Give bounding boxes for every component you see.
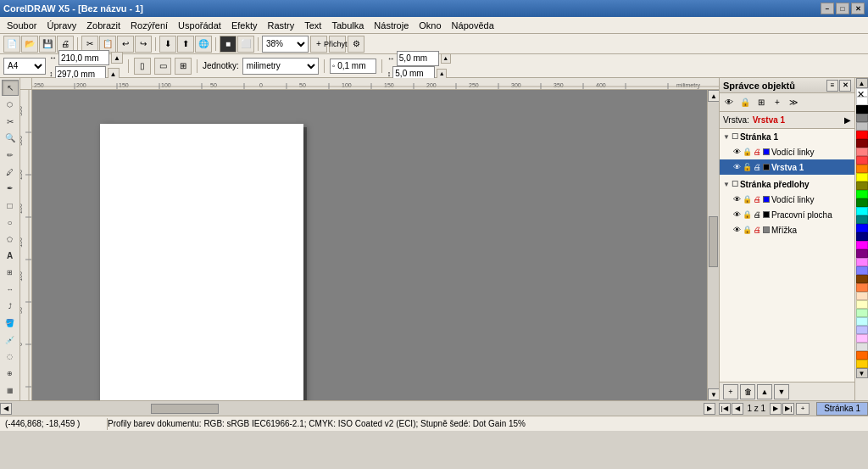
color-silver[interactable]	[856, 122, 868, 131]
stranka1-row[interactable]: ▼ ☐ Stránka 1	[720, 129, 854, 144]
close-button[interactable]: ✕	[851, 3, 865, 14]
vodici2-lock[interactable]: 🔒	[743, 195, 752, 204]
bezier-tool[interactable]: 🖊	[2, 164, 19, 180]
color-red[interactable]	[856, 131, 868, 139]
color-darkred[interactable]	[856, 139, 868, 148]
color-white[interactable]	[856, 97, 868, 105]
options-btn2[interactable]: ≫	[786, 95, 801, 110]
page-size-select[interactable]: A4	[3, 58, 46, 75]
menu-soubor[interactable]: Soubor	[2, 19, 42, 32]
color-navy[interactable]	[856, 232, 868, 241]
rect-tool[interactable]: □	[2, 198, 19, 214]
page-canvas[interactable]	[100, 124, 303, 400]
color-lightred[interactable]	[856, 148, 868, 156]
color-green[interactable]	[856, 198, 868, 207]
vrstva1-row[interactable]: 👁 🔓 🖨 Vrstva 1	[720, 159, 854, 175]
menu-zobrazit[interactable]: Zobrazit	[81, 19, 125, 32]
nudge-input[interactable]	[330, 59, 376, 74]
color-black[interactable]	[856, 105, 868, 114]
vscroll-down-button[interactable]: ▼	[708, 388, 719, 400]
blend-tool[interactable]: ⊕	[2, 366, 19, 382]
color-lime[interactable]	[856, 190, 868, 198]
mrizka-eye[interactable]: 👁	[733, 226, 741, 234]
new-layer-btn[interactable]: +	[770, 95, 785, 110]
vodici-eye[interactable]: 👁	[733, 148, 741, 156]
color-lightgray[interactable]	[856, 343, 868, 351]
zoom-select[interactable]: 38% 100% 50% 75%	[262, 36, 309, 53]
menu-nastroje[interactable]: Nástroje	[369, 19, 414, 32]
color-lightgreen[interactable]	[856, 309, 868, 317]
color-palblue[interactable]	[856, 326, 868, 334]
menu-okno[interactable]: Okno	[414, 19, 446, 32]
page-tab-1[interactable]: Stránka 1	[816, 402, 868, 416]
color-teal[interactable]	[856, 215, 868, 224]
freehand-tool[interactable]: ✏	[2, 147, 19, 163]
fill-color-button[interactable]: ■	[220, 36, 236, 53]
hscroll-track[interactable]	[14, 404, 702, 414]
color-lightorange[interactable]	[856, 283, 868, 292]
pracovni-eye[interactable]: 👁	[733, 210, 741, 219]
outline-tool[interactable]: ◌	[2, 349, 19, 366]
stranka-predlohy-row[interactable]: ▼ ☐ Stránka předlohy	[720, 176, 854, 192]
next-page-button[interactable]: ▶	[770, 403, 782, 415]
move-down-btn[interactable]: ▼	[774, 384, 789, 399]
nudge-x-input[interactable]	[397, 51, 439, 66]
color-lightcyan[interactable]	[856, 317, 868, 326]
layer-manager-btn[interactable]: ⊞	[754, 95, 769, 110]
dimension-tool[interactable]: ↔	[2, 282, 19, 298]
width-up-button[interactable]: ▲	[111, 52, 123, 64]
import-button[interactable]: ⬇	[159, 36, 176, 53]
vodici-print[interactable]: 🖨	[754, 148, 761, 156]
move-up-btn[interactable]: ▲	[757, 384, 772, 399]
menu-upravy[interactable]: Úpravy	[42, 19, 81, 32]
crop-tool[interactable]: ✂	[2, 114, 19, 130]
vodici2-row[interactable]: 👁 🔒 🖨 Vodící linky	[720, 192, 854, 207]
color-brown[interactable]	[856, 275, 868, 283]
delete-layer-btn[interactable]: 🗑	[740, 384, 755, 399]
color-lightblue[interactable]	[856, 266, 868, 275]
hscroll-thumb[interactable]	[151, 404, 219, 414]
redo-button[interactable]: ↪	[135, 36, 152, 53]
open-button[interactable]: 📂	[21, 36, 38, 53]
hscroll-left-button[interactable]: ◀	[0, 403, 12, 415]
panel-menu-button[interactable]: ≡	[826, 80, 838, 92]
vrstva1-print[interactable]: 🖨	[754, 163, 761, 171]
fill-tool[interactable]: 🪣	[2, 315, 19, 332]
menu-tabulka[interactable]: Tabulka	[326, 19, 369, 32]
canvas-wrapper[interactable]: 250 200 150 100 50 0 50 100 150 200 250 …	[20, 78, 719, 400]
color-gold[interactable]	[856, 360, 868, 368]
vrstva-arrow[interactable]: ▶	[844, 115, 851, 125]
menu-text[interactable]: Text	[299, 19, 326, 32]
units-select[interactable]: milimetry palce pixely	[242, 58, 319, 75]
color-deeporange[interactable]	[856, 351, 868, 360]
color-gray[interactable]	[856, 114, 868, 122]
menu-efekty[interactable]: Efekty	[226, 19, 263, 32]
publish-button[interactable]: 🌐	[195, 36, 212, 53]
zoom-tool[interactable]: 🔍	[2, 131, 19, 147]
vrstva1-eye[interactable]: 👁	[733, 163, 741, 171]
polygon-tool[interactable]: ⬠	[2, 232, 19, 248]
canvas-area[interactable]	[32, 90, 719, 400]
nudge-x-up[interactable]: ▲	[441, 53, 451, 64]
mrizka-print[interactable]: 🖨	[754, 226, 761, 234]
vodici-lock[interactable]: 🔒	[743, 148, 752, 156]
add-page-button[interactable]: +	[796, 403, 810, 415]
show-all-button[interactable]: 👁	[721, 95, 737, 110]
color-olive[interactable]	[856, 181, 868, 190]
connector-tool[interactable]: ⤴	[2, 299, 19, 315]
table-tool[interactable]: ⊞	[2, 265, 19, 281]
color-lightmagenta[interactable]	[856, 258, 868, 266]
panel-close-button[interactable]: ✕	[839, 80, 851, 92]
vodici2-eye[interactable]: 👁	[733, 195, 741, 204]
last-page-button[interactable]: ▶|	[782, 403, 794, 415]
shape-tool[interactable]: ⬡	[2, 97, 19, 113]
color-orange[interactable]	[856, 165, 868, 173]
pracovni-row[interactable]: 👁 🔒 🖨 Pracovní plocha	[720, 207, 854, 222]
menu-usporadat[interactable]: Uspořádat	[173, 19, 226, 32]
color-purple[interactable]	[856, 249, 868, 258]
ellipse-tool[interactable]: ○	[2, 215, 19, 231]
select-tool[interactable]: ↖	[2, 80, 19, 96]
page-width-input[interactable]	[58, 50, 109, 65]
first-page-button[interactable]: |◀	[719, 403, 731, 415]
palette-down-button[interactable]: ▼	[856, 368, 868, 378]
